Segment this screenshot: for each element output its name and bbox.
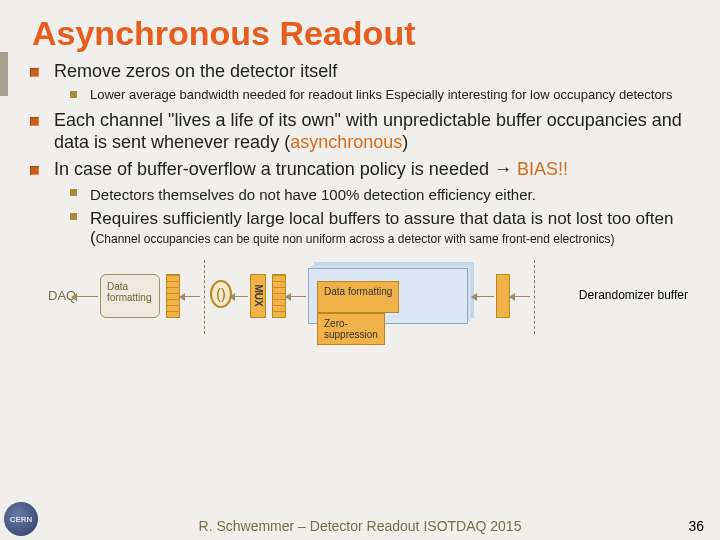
diagram: DAQ Data formatting () MUX Data formatti… <box>48 258 702 334</box>
arrow-icon <box>476 296 494 297</box>
bullet-4-note: Channel occupancies can be quite non uni… <box>96 232 615 246</box>
bullet-3: In case of buffer-overflow a truncation … <box>48 159 702 247</box>
dashed-line <box>534 260 535 334</box>
footer-text: R. Schwemmer – Detector Readout ISOTDAQ … <box>0 518 720 534</box>
arrow-icon <box>76 296 98 297</box>
bullet-1-text: Remove zeros on the detector itself <box>54 61 337 81</box>
side-tab <box>0 52 8 96</box>
buffer-striped <box>272 274 286 318</box>
bullet-1-sub: Lower average bandwidth needed for reado… <box>86 87 702 104</box>
slide-title: Asynchronous Readout <box>32 14 702 53</box>
bullet-1: Remove zeros on the detector itself Lowe… <box>48 61 702 104</box>
buffer-striped <box>166 274 180 318</box>
box-data-formatting-left: Data formatting <box>100 274 160 318</box>
bullet-3-sub1: Detectors themselves do not have 100% de… <box>86 185 702 204</box>
arrow-icon <box>184 296 200 297</box>
mux-label: MUX <box>253 285 264 307</box>
buffer <box>496 274 510 318</box>
bullet-3-orange: BIAS!! <box>517 159 568 179</box>
inner-data-formatting: Data formatting <box>317 281 399 313</box>
arrow-icon <box>514 296 530 297</box>
bullet-2-orange: asynchronous <box>290 132 402 152</box>
page-number: 36 <box>688 518 704 534</box>
processing-stack: Data formatting Zero- suppression <box>308 268 468 324</box>
bullet-2-post: ) <box>402 132 408 152</box>
bullet-4: Requires sufficiently large local buffer… <box>86 209 702 248</box>
inner-zero-suppression: Zero- suppression <box>317 313 385 345</box>
bullet-2: Each channel "lives a life of its own" w… <box>48 110 702 154</box>
bullet-list: Remove zeros on the detector itself Lowe… <box>18 61 702 248</box>
bullet-3-pre: In case of buffer-overflow a truncation … <box>54 159 517 179</box>
derandomizer-label: Derandomizer buffer <box>579 288 688 302</box>
mux-block: MUX <box>250 274 266 318</box>
arrow-icon <box>290 296 306 297</box>
arrow-icon <box>234 296 248 297</box>
dashed-line <box>204 260 205 334</box>
